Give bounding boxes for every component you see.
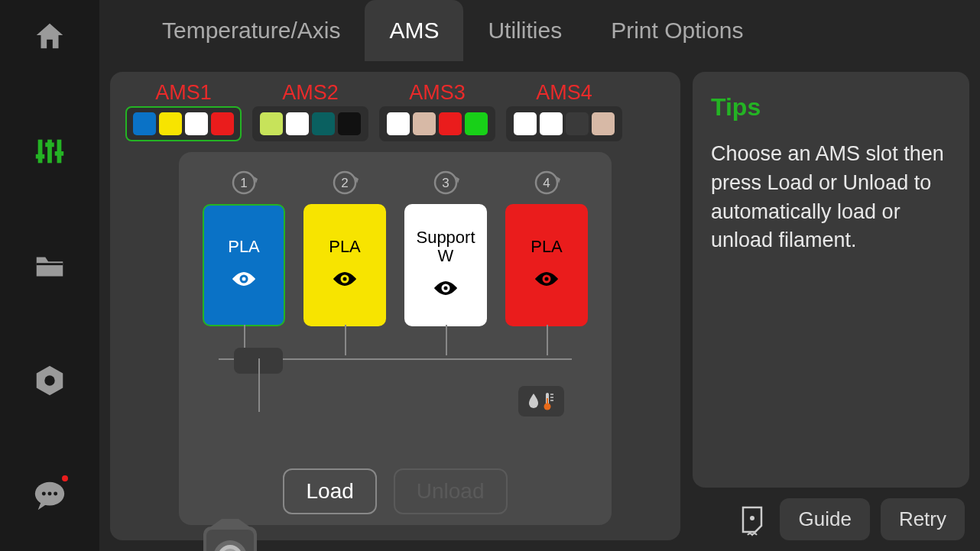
retry-button[interactable]: Retry xyxy=(881,498,965,540)
right-panel: Tips Choose an AMS slot then press Load … xyxy=(693,72,969,540)
folder-icon xyxy=(32,248,67,284)
slot-connector-line xyxy=(345,325,346,355)
svg-rect-3 xyxy=(36,154,44,159)
humidity-indicator[interactable] xyxy=(518,386,564,416)
routing-lines xyxy=(219,358,572,412)
sidebar xyxy=(0,0,99,551)
svg-point-28 xyxy=(545,277,549,281)
ams-unit-swatches xyxy=(379,106,495,141)
svg-text:3: 3 xyxy=(442,176,449,190)
notification-dot xyxy=(62,475,68,481)
slot-4: 4PLA xyxy=(505,167,588,326)
svg-rect-4 xyxy=(45,143,54,147)
slot-card-4[interactable]: PLA xyxy=(505,204,588,326)
swatch xyxy=(338,112,361,135)
action-buttons: Load Unload xyxy=(179,468,612,514)
svg-rect-5 xyxy=(55,151,63,156)
ams-unit-3[interactable]: AMS3 xyxy=(379,81,495,141)
slot-material-label: Support W xyxy=(416,229,475,265)
ams-unit-1[interactable]: AMS1 xyxy=(125,81,242,141)
slot-2: 2PLA xyxy=(303,167,386,326)
tab-ams[interactable]: AMS xyxy=(365,0,463,61)
ams-unit-swatches xyxy=(252,106,368,141)
svg-point-16 xyxy=(242,277,246,281)
ams-panel: AMS1AMS2AMS3AMS4 1PLA2PLA3Support W4PLA xyxy=(110,72,680,540)
ams-unit-4[interactable]: AMS4 xyxy=(506,81,622,141)
svg-point-10 xyxy=(42,492,46,496)
svg-rect-31 xyxy=(547,398,548,406)
slot-1: 1PLA xyxy=(203,167,285,326)
slot-number-icon: 3 xyxy=(430,167,461,198)
svg-point-24 xyxy=(444,287,448,290)
tab-temperature-axis[interactable]: Temperature/Axis xyxy=(138,0,365,61)
svg-point-8 xyxy=(44,375,54,385)
tabs: Temperature/Axis AMS Utilities Print Opt… xyxy=(99,0,980,61)
slot-connector-line xyxy=(547,325,548,355)
swatch xyxy=(465,112,488,135)
tab-utilities[interactable]: Utilities xyxy=(463,0,586,61)
tab-print-options[interactable]: Print Options xyxy=(586,0,767,61)
ams-unit-swatches xyxy=(125,106,242,141)
extruder-graphic xyxy=(196,519,264,551)
slot-material-label: PLA xyxy=(531,238,563,256)
slot-card-3[interactable]: Support W xyxy=(404,204,487,326)
svg-text:1: 1 xyxy=(240,176,247,190)
slot-card-2[interactable]: PLA xyxy=(303,204,386,326)
swatch xyxy=(211,112,234,135)
ams-unit-label: AMS3 xyxy=(409,81,466,105)
footer-row: Guide Retry xyxy=(693,498,969,540)
rfid-icon[interactable] xyxy=(732,501,769,538)
sidebar-sliders[interactable] xyxy=(27,128,73,174)
main: Temperature/Axis AMS Utilities Print Opt… xyxy=(99,0,980,551)
guide-button[interactable]: Guide xyxy=(780,498,869,540)
thermometer-icon xyxy=(542,392,554,410)
swatch xyxy=(133,112,156,135)
slot-connector-line xyxy=(446,325,447,355)
slot-3: 3Support W xyxy=(404,167,487,326)
eye-icon xyxy=(431,279,460,302)
ams-unit-2[interactable]: AMS2 xyxy=(252,81,368,141)
swatch xyxy=(185,112,208,135)
ams-diagram: 1PLA2PLA3Support W4PLA xyxy=(179,152,612,525)
load-button[interactable]: Load xyxy=(283,468,376,514)
slot-card-1[interactable]: PLA xyxy=(203,204,285,326)
swatch xyxy=(260,112,283,135)
swatch xyxy=(312,112,335,135)
home-icon xyxy=(32,19,67,54)
ams-unit-swatches xyxy=(506,106,622,141)
eye-icon xyxy=(330,270,359,293)
svg-rect-0 xyxy=(38,140,43,164)
unload-button: Unload xyxy=(394,468,508,514)
hex-settings-icon xyxy=(32,363,67,398)
svg-point-12 xyxy=(54,492,57,496)
svg-text:2: 2 xyxy=(341,176,348,190)
tips-body: Choose an AMS slot then press Load or Un… xyxy=(711,140,951,255)
svg-point-11 xyxy=(48,492,52,496)
swatch xyxy=(540,112,563,135)
sidebar-folder[interactable] xyxy=(27,243,73,289)
sidebar-home[interactable] xyxy=(27,14,73,60)
eye-icon xyxy=(229,270,258,293)
sidebar-chat[interactable] xyxy=(27,472,73,518)
ams-unit-label: AMS1 xyxy=(155,81,212,105)
svg-marker-37 xyxy=(211,519,249,527)
ams-unit-label: AMS4 xyxy=(536,81,592,105)
slot-material-label: PLA xyxy=(329,238,361,256)
ams-unit-label: AMS2 xyxy=(282,81,339,105)
tips-box: Tips Choose an AMS slot then press Load … xyxy=(693,72,969,488)
swatch xyxy=(413,112,436,135)
ams-unit-tabs: AMS1AMS2AMS3AMS4 xyxy=(125,81,665,141)
eye-icon xyxy=(532,270,561,293)
slot-number-icon: 1 xyxy=(229,167,259,198)
svg-rect-6 xyxy=(37,263,63,265)
swatch xyxy=(387,112,410,135)
chat-icon xyxy=(32,478,67,513)
slot-number-icon: 4 xyxy=(531,167,562,198)
swatch xyxy=(159,112,182,135)
swatch xyxy=(514,112,537,135)
tips-title: Tips xyxy=(711,93,951,122)
slot-material-label: PLA xyxy=(228,238,260,256)
drop-icon xyxy=(528,394,539,409)
sidebar-hex[interactable] xyxy=(27,358,73,404)
svg-point-45 xyxy=(750,516,754,520)
